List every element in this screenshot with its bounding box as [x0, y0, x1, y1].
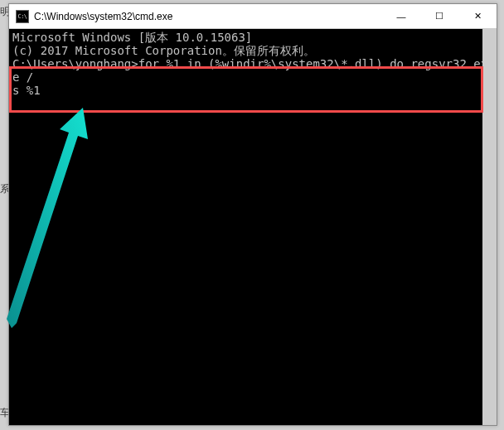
close-button[interactable]: ✕ — [458, 4, 497, 28]
console-line-copyright: (c) 2017 Microsoft Corporation。保留所有权利。 — [12, 44, 493, 57]
console-line-command-1: C:\Users\yonghang>for %1 in (%windir%\sy… — [12, 57, 493, 84]
titlebar[interactable]: C:\ C:\Windows\system32\cmd.exe — ☐ ✕ — [9, 4, 497, 29]
console-line-command-2: s %1 — [12, 84, 493, 97]
cmd-icon: C:\ — [16, 10, 29, 23]
window-controls: — ☐ ✕ — [382, 4, 497, 28]
cmd-window: C:\ C:\Windows\system32\cmd.exe — ☐ ✕ Mi… — [8, 3, 497, 426]
window-title: C:\Windows\system32\cmd.exe — [34, 11, 382, 22]
minimize-button[interactable]: — — [382, 4, 420, 28]
scrollbar-thumb[interactable] — [483, 29, 497, 425]
console-line-version: Microsoft Windows [版本 10.0.15063] — [12, 31, 493, 44]
console-area[interactable]: Microsoft Windows [版本 10.0.15063] (c) 20… — [9, 29, 497, 425]
vertical-scrollbar[interactable] — [482, 29, 497, 425]
maximize-button[interactable]: ☐ — [420, 4, 458, 28]
